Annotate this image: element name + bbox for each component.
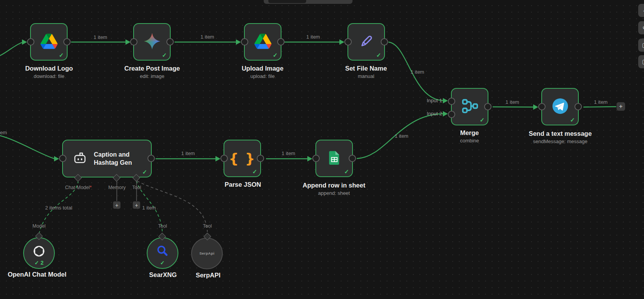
telegram-icon bbox=[551, 97, 569, 117]
plus-icon: + bbox=[619, 103, 622, 110]
canvas-control-button-4[interactable]: ▢ bbox=[638, 55, 644, 68]
edge-label-cut: em bbox=[0, 130, 7, 135]
edge-label: 1 item bbox=[142, 205, 156, 211]
node-title-inline: Caption and Hashtag Gen bbox=[94, 150, 132, 167]
node-send-text-message[interactable]: ✓ bbox=[541, 88, 579, 125]
node-download-logo[interactable]: ✓ bbox=[30, 23, 68, 61]
canvas-control-button-1[interactable]: + bbox=[638, 4, 644, 17]
google-drive-icon bbox=[41, 34, 58, 51]
serpapi-logo: SerpApi bbox=[199, 251, 214, 255]
model-label: Model bbox=[32, 223, 46, 229]
output-port[interactable] bbox=[147, 155, 155, 162]
output-port[interactable] bbox=[381, 38, 388, 46]
output-port[interactable] bbox=[349, 155, 356, 162]
node-subtitle: sendMessage: message bbox=[533, 139, 588, 144]
google-sheets-icon bbox=[326, 150, 342, 167]
node-upload-image[interactable]: ✓ bbox=[244, 23, 281, 61]
node-set-file-name[interactable]: ✓ bbox=[347, 23, 385, 61]
input-port[interactable] bbox=[220, 155, 228, 162]
edge-label: 1 item bbox=[200, 34, 214, 40]
frame-icon: ▢ bbox=[642, 42, 644, 49]
tool-label: Tool bbox=[158, 223, 167, 229]
edge-label: 2 items total bbox=[45, 205, 72, 211]
chat-model-label: Chat Model* bbox=[65, 185, 92, 190]
success-check-icon: ✓ bbox=[480, 117, 485, 123]
frame-icon: ▢ bbox=[642, 58, 644, 65]
output-port[interactable] bbox=[257, 155, 264, 162]
output-port[interactable] bbox=[277, 38, 285, 46]
success-check-icon: ✓ bbox=[59, 52, 64, 59]
node-title: Merge bbox=[460, 129, 479, 137]
output-port[interactable] bbox=[575, 103, 582, 110]
success-check-icon: ✓ bbox=[376, 52, 381, 59]
output-port[interactable] bbox=[63, 38, 71, 46]
input-port[interactable] bbox=[312, 155, 320, 162]
input-port-1[interactable] bbox=[448, 98, 455, 105]
canvas-control-button-3[interactable]: ▢ bbox=[638, 39, 644, 52]
output-port[interactable] bbox=[484, 103, 491, 110]
node-title: Download Logo bbox=[25, 65, 73, 72]
input-port[interactable] bbox=[241, 38, 248, 46]
output-port[interactable] bbox=[166, 38, 174, 46]
input-port[interactable] bbox=[344, 38, 352, 46]
node-title: SerpAPI bbox=[196, 272, 220, 279]
input-port[interactable] bbox=[538, 103, 546, 110]
node-merge[interactable]: ✓ bbox=[451, 88, 488, 125]
pencil-icon bbox=[358, 33, 375, 51]
node-parse-json[interactable]: { } ✓ bbox=[224, 140, 261, 177]
node-title: OpenAI Chat Model bbox=[8, 271, 66, 278]
node-title: Set File Name bbox=[345, 65, 387, 72]
node-create-post-image[interactable]: ✓ bbox=[133, 23, 171, 61]
input-port[interactable] bbox=[130, 38, 137, 46]
node-append-row-in-sheet[interactable]: ✓ bbox=[315, 140, 353, 177]
run-count: 2 bbox=[41, 260, 44, 266]
node-subtitle: upload: file bbox=[251, 73, 275, 79]
required-star: * bbox=[90, 185, 92, 190]
reset-icon: ↺ bbox=[642, 24, 644, 31]
floating-toolbar-fragment[interactable] bbox=[264, 0, 353, 4]
edge-label: 1 item bbox=[395, 133, 408, 139]
node-searxng[interactable]: ✓ bbox=[147, 237, 178, 269]
input-port[interactable] bbox=[27, 38, 34, 46]
success-check-icon: ✓ bbox=[147, 260, 178, 266]
input-port[interactable] bbox=[59, 155, 66, 162]
node-title: Upload Image bbox=[242, 65, 283, 72]
add-tool-button[interactable]: + bbox=[133, 201, 140, 209]
add-node-button[interactable]: + bbox=[617, 102, 625, 111]
toolbar-button-fragment[interactable] bbox=[268, 0, 306, 3]
node-subtitle: manual bbox=[358, 73, 375, 79]
input-port-2[interactable] bbox=[448, 111, 455, 118]
success-check-icon: ✓ bbox=[162, 52, 167, 59]
robot-icon bbox=[72, 150, 88, 167]
success-check-icon: ✓ bbox=[344, 168, 349, 175]
add-memory-button[interactable]: + bbox=[113, 201, 120, 209]
merge-input1-label: Input 1 bbox=[427, 98, 442, 103]
edge-label: 1 item bbox=[306, 34, 320, 40]
node-title: Send a text message bbox=[529, 130, 591, 137]
node-serpapi[interactable]: SerpApi bbox=[191, 238, 223, 269]
tool-label: Tool bbox=[203, 223, 212, 229]
google-drive-icon bbox=[254, 34, 271, 51]
node-title: Append row in sheet bbox=[303, 182, 365, 189]
edge-label: 1 item bbox=[281, 150, 295, 156]
node-title: Create Post Image bbox=[124, 65, 180, 72]
gemini-star-icon bbox=[143, 32, 161, 52]
node-subtitle: combine bbox=[460, 138, 479, 144]
success-check-count: ✓ 2 bbox=[24, 260, 54, 266]
workflow-canvas[interactable]: + ↺ ▢ ▢ ✓ Download Logo download: file ✓ bbox=[0, 0, 644, 299]
node-openai-chat-model[interactable]: ✓ 2 bbox=[23, 237, 55, 269]
edge-label: 1 item bbox=[410, 69, 424, 75]
canvas-control-button-2[interactable]: ↺ bbox=[638, 21, 644, 34]
merge-icon bbox=[461, 97, 479, 117]
success-check-icon: ✓ bbox=[570, 117, 575, 123]
edge-label: 1 item bbox=[505, 99, 519, 105]
node-subtitle: append: sheet bbox=[318, 190, 350, 196]
edge-label: 1 item bbox=[594, 99, 607, 105]
node-subtitle: edit: image bbox=[140, 73, 164, 79]
node-caption-hashtag-gen[interactable]: Caption and Hashtag Gen ✓ bbox=[62, 140, 152, 177]
edge-label: 1 item bbox=[93, 34, 107, 40]
node-title: Parse JSON bbox=[225, 181, 261, 188]
success-check-icon: ✓ bbox=[142, 169, 147, 176]
edge-label: 1 item bbox=[181, 150, 195, 156]
search-icon bbox=[156, 244, 169, 260]
